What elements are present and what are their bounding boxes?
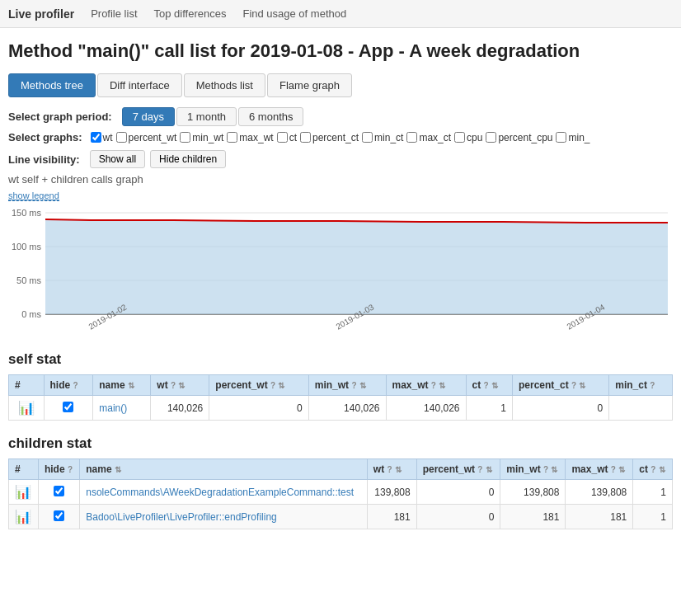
graph-max-wt-label[interactable]: max_wt — [227, 132, 273, 143]
nav-link-top-differences[interactable]: Top differences — [154, 7, 227, 20]
period-label: Select graph period: — [8, 111, 112, 123]
chart-container: 150 ms 100 ms 50 ms 0 ms 2019-01-02 2019… — [8, 205, 673, 336]
self-col-name: name ⇅ — [93, 375, 151, 396]
graph-percent-wt-checkbox[interactable] — [116, 132, 127, 143]
chart-title: wt self + children calls graph — [8, 173, 673, 186]
max-wt-cell: 140,026 — [386, 396, 466, 421]
graph-cpu-label[interactable]: cpu — [454, 132, 482, 143]
self-col-percent-ct: percent_ct ? ⇅ — [512, 375, 608, 396]
graph-percent-cpu-label[interactable]: percent_cpu — [486, 132, 552, 143]
children-stat-table: # hide ? name ⇅ wt ? ⇅ percent_wt ? ⇅ mi… — [8, 458, 673, 529]
period-1month[interactable]: 1 month — [176, 107, 237, 126]
show-legend-link[interactable]: show legend — [8, 190, 59, 201]
table-row: 📊 nsoleCommands\AWeekDegradationExampleC… — [9, 480, 673, 505]
graph-percent-ct-label[interactable]: percent_ct — [300, 132, 359, 143]
ch-col-hide: hide ? — [38, 459, 79, 480]
ch-col-name: name ⇅ — [80, 459, 368, 480]
self-col-hash: # — [9, 375, 45, 396]
name-cell[interactable]: Badoo\LiveProfiler\LiveProfiler::endProf… — [80, 505, 368, 529]
svg-marker-9 — [45, 219, 668, 314]
hide-checkbox[interactable] — [54, 510, 64, 521]
graphs-label: Select graphs: — [8, 131, 82, 143]
graph-max-ct-label[interactable]: max_ct — [406, 132, 451, 143]
bar-chart-icon: 📊 — [15, 510, 31, 524]
children-stat-title: children stat — [8, 435, 673, 452]
svg-text:50 ms: 50 ms — [16, 275, 41, 285]
page-content: Method "main()" call list for 2019-01-08… — [0, 28, 681, 542]
method-link[interactable]: nsoleCommands\AWeekDegradationExampleCom… — [86, 487, 354, 498]
graph-min-checkbox[interactable] — [556, 132, 566, 143]
period-7days[interactable]: 7 days — [122, 107, 175, 126]
svg-text:0 ms: 0 ms — [21, 309, 41, 319]
ch-col-min-wt: min_wt ? ⇅ — [500, 459, 566, 480]
tab-methods-list[interactable]: Methods list — [184, 73, 265, 97]
max-wt-cell: 139,808 — [566, 480, 633, 505]
hide-cell[interactable] — [38, 505, 79, 529]
graph-ct-checkbox[interactable] — [277, 132, 288, 143]
ct-cell: 1 — [633, 505, 673, 529]
ch-col-hash: # — [9, 459, 39, 480]
hide-cell[interactable] — [44, 396, 93, 421]
graph-max-ct-checkbox[interactable] — [406, 132, 417, 143]
method-link[interactable]: main() — [99, 402, 127, 414]
tab-flame-graph[interactable]: Flame graph — [267, 73, 352, 97]
top-nav: Live profiler Profile list Top differenc… — [0, 0, 681, 28]
percent-ct-cell: 0 — [512, 396, 608, 421]
svg-text:150 ms: 150 ms — [12, 208, 42, 218]
min-wt-cell: 139,808 — [500, 480, 566, 505]
hide-children-button[interactable]: Hide children — [150, 150, 226, 168]
name-cell[interactable]: main() — [93, 396, 151, 421]
table-row: 📊 Badoo\LiveProfiler\LiveProfiler::endPr… — [9, 505, 673, 529]
show-all-button[interactable]: Show all — [90, 150, 145, 168]
ct-cell: 1 — [633, 480, 673, 505]
chart-icon-cell: 📊 — [9, 505, 39, 529]
self-col-min-wt: min_wt ? ⇅ — [308, 375, 386, 396]
graph-min-wt-label[interactable]: min_wt — [180, 132, 223, 143]
svg-text:100 ms: 100 ms — [12, 242, 42, 252]
percent-wt-cell: 0 — [416, 505, 500, 529]
period-6months[interactable]: 6 months — [238, 107, 303, 126]
self-col-ct: ct ? ⇅ — [466, 375, 512, 396]
nav-link-find-usage[interactable]: Find usage of method — [242, 7, 346, 20]
self-col-wt: wt ? ⇅ — [151, 375, 209, 396]
graph-min-ct-checkbox[interactable] — [362, 132, 373, 143]
name-cell[interactable]: nsoleCommands\AWeekDegradationExampleCom… — [80, 480, 368, 505]
page-title: Method "main()" call list for 2019-01-08… — [8, 40, 673, 62]
graph-min-ct-label[interactable]: min_ct — [362, 132, 403, 143]
self-col-hide: hide ? — [44, 375, 93, 396]
graph-wt-checkbox[interactable] — [91, 132, 101, 143]
ct-cell: 1 — [466, 396, 512, 421]
graph-min-wt-checkbox[interactable] — [180, 132, 190, 143]
self-col-max-wt: max_wt ? ⇅ — [386, 375, 466, 396]
graph-percent-wt-label[interactable]: percent_wt — [116, 132, 177, 143]
period-controls: Select graph period: 7 days 1 month 6 mo… — [8, 107, 673, 126]
self-col-percent-wt: percent_wt ? ⇅ — [209, 375, 308, 396]
self-col-min-ct: min_ct ? — [609, 375, 673, 396]
chart-svg: 150 ms 100 ms 50 ms 0 ms 2019-01-02 2019… — [8, 205, 673, 336]
chart-icon-cell: 📊 — [9, 480, 39, 505]
hide-checkbox[interactable] — [54, 486, 64, 496]
method-link[interactable]: Badoo\LiveProfiler\LiveProfiler::endProf… — [86, 511, 276, 523]
nav-brand: Live profiler — [8, 7, 74, 21]
wt-cell: 139,808 — [367, 480, 416, 505]
graph-wt-label[interactable]: wt — [91, 132, 113, 143]
graph-max-wt-checkbox[interactable] — [227, 132, 237, 143]
graph-cpu-checkbox[interactable] — [454, 132, 465, 143]
graph-percent-cpu-checkbox[interactable] — [486, 132, 496, 143]
graph-min-label[interactable]: min_ — [556, 132, 589, 143]
hide-cell[interactable] — [38, 480, 79, 505]
self-stat-title: self stat — [8, 351, 673, 368]
tab-methods-tree[interactable]: Methods tree — [8, 73, 96, 97]
visibility-label: Line visibility: — [8, 153, 80, 166]
min-wt-cell: 181 — [500, 505, 566, 529]
chart-icon-cell: 📊 — [9, 396, 45, 421]
visibility-row: Line visibility: Show all Hide children — [8, 150, 673, 168]
graph-percent-ct-checkbox[interactable] — [300, 132, 311, 143]
graph-ct-label[interactable]: ct — [277, 132, 297, 143]
min-wt-cell: 140,026 — [308, 396, 386, 421]
hide-checkbox[interactable] — [63, 402, 73, 412]
wt-cell: 140,026 — [151, 396, 209, 421]
tab-diff-interface[interactable]: Diff interface — [97, 73, 182, 97]
nav-link-profile-list[interactable]: Profile list — [91, 7, 137, 20]
table-row: 📊 main() 140,026 0 140,026 140,026 1 0 — [9, 396, 673, 421]
